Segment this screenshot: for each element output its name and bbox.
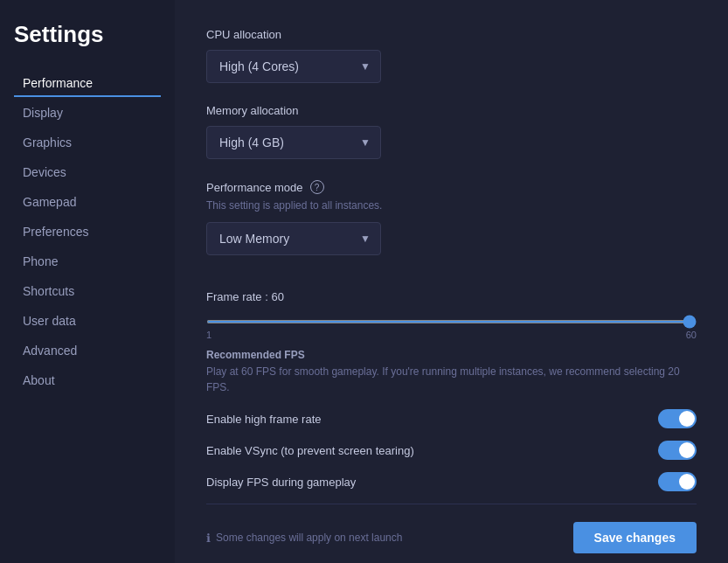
footer-note-text: Some changes will apply on next launch bbox=[216, 532, 402, 544]
memory-allocation-select[interactable]: Low (1 GB)Medium (2 GB)High (4 GB)Ultra … bbox=[206, 126, 381, 159]
fps-info-title: Recommended FPS bbox=[206, 349, 697, 361]
toggle-switch-0[interactable] bbox=[658, 409, 697, 428]
sidebar-nav: PerformanceDisplayGraphicsDevicesGamepad… bbox=[14, 69, 161, 394]
slider-min-label: 1 bbox=[206, 330, 211, 340]
slider-max-label: 60 bbox=[686, 330, 697, 340]
fps-info: Recommended FPS Play at 60 FPS for smoot… bbox=[206, 349, 697, 395]
sidebar-item-devices[interactable]: Devices bbox=[14, 158, 161, 186]
toggle-label-1: Enable VSync (to prevent screen tearing) bbox=[206, 444, 414, 457]
sidebar-item-preferences[interactable]: Preferences bbox=[14, 218, 161, 246]
sidebar-item-display[interactable]: Display bbox=[14, 99, 161, 127]
main-content: CPU allocation Low (1 Core)Medium (2 Cor… bbox=[175, 0, 728, 563]
toggle-switch-2[interactable] bbox=[658, 472, 697, 491]
frame-rate-label: Frame rate : 60 bbox=[206, 290, 697, 303]
toggle-row-0: Enable high frame rate bbox=[206, 409, 697, 428]
sidebar-item-gamepad[interactable]: Gamepad bbox=[14, 188, 161, 216]
footer-note: ℹ Some changes will apply on next launch bbox=[206, 532, 402, 545]
performance-mode-help-icon[interactable]: ? bbox=[310, 180, 324, 194]
sidebar-item-user-data[interactable]: User data bbox=[14, 307, 161, 335]
toggle-row-2: Display FPS during gameplay bbox=[206, 472, 697, 491]
memory-allocation-label: Memory allocation bbox=[206, 104, 697, 117]
save-changes-button[interactable]: Save changes bbox=[573, 522, 697, 553]
performance-mode-select[interactable]: Low MemoryBalancedHigh Performance bbox=[206, 222, 381, 255]
cpu-allocation-label: CPU allocation bbox=[206, 28, 697, 41]
sidebar-item-phone[interactable]: Phone bbox=[14, 247, 161, 275]
fps-info-desc: Play at 60 FPS for smooth gameplay. If y… bbox=[206, 364, 697, 395]
frame-rate-section: Frame rate : 60 1 60 bbox=[206, 290, 697, 340]
slider-labels: 1 60 bbox=[206, 330, 697, 340]
performance-mode-label-row: Performance mode ? bbox=[206, 180, 697, 194]
sidebar-item-graphics[interactable]: Graphics bbox=[14, 129, 161, 156]
app-title: Settings bbox=[14, 21, 161, 48]
memory-allocation-select-wrapper: Low (1 GB)Medium (2 GB)High (4 GB)Ultra … bbox=[206, 126, 381, 159]
sidebar-item-performance[interactable]: Performance bbox=[14, 69, 161, 97]
footer-info-icon: ℹ bbox=[206, 532, 211, 545]
performance-mode-select-wrapper: Low MemoryBalancedHigh Performance ▼ bbox=[206, 222, 381, 255]
footer: ℹ Some changes will apply on next launch… bbox=[206, 504, 697, 553]
sidebar-item-advanced[interactable]: Advanced bbox=[14, 337, 161, 365]
toggle-row-1: Enable VSync (to prevent screen tearing) bbox=[206, 441, 697, 460]
toggle-label-2: Display FPS during gameplay bbox=[206, 476, 356, 489]
cpu-allocation-select[interactable]: Low (1 Core)Medium (2 Cores)High (4 Core… bbox=[206, 50, 381, 83]
toggles-container: Enable high frame rateEnable VSync (to p… bbox=[206, 409, 697, 504]
sidebar-item-shortcuts[interactable]: Shortcuts bbox=[14, 277, 161, 305]
performance-mode-hint: This setting is applied to all instances… bbox=[206, 199, 697, 212]
cpu-allocation-select-wrapper: Low (1 Core)Medium (2 Cores)High (4 Core… bbox=[206, 50, 381, 83]
sidebar-item-about[interactable]: About bbox=[14, 366, 161, 394]
frame-rate-slider[interactable] bbox=[206, 320, 697, 323]
sidebar: Settings PerformanceDisplayGraphicsDevic… bbox=[0, 0, 175, 563]
toggle-switch-1[interactable] bbox=[658, 441, 697, 460]
performance-mode-label: Performance mode bbox=[206, 181, 303, 194]
toggle-label-0: Enable high frame rate bbox=[206, 413, 322, 426]
